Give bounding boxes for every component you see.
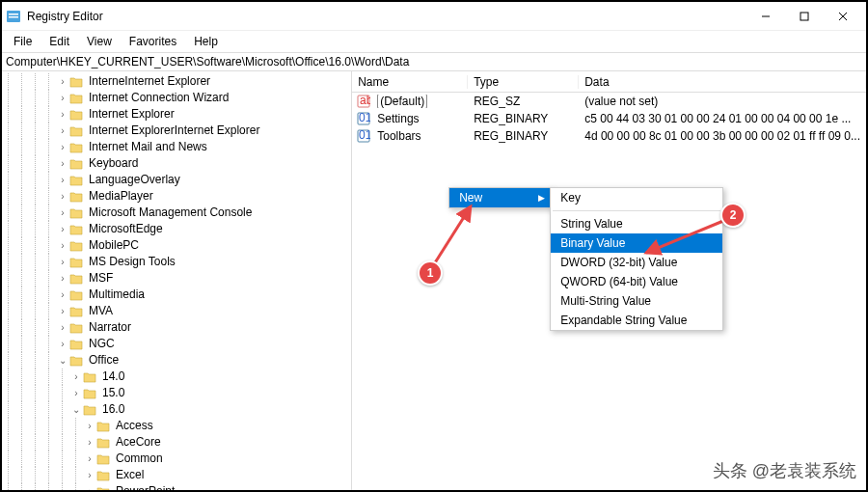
expander-icon[interactable]: ›	[56, 303, 69, 319]
expander-icon[interactable]: ›	[83, 418, 96, 434]
expander-icon[interactable]: ›	[56, 123, 69, 139]
tree-item[interactable]: ›InterneInternet Explorer	[2, 73, 351, 90]
svg-rect-4	[800, 13, 808, 20]
expander-icon[interactable]: ›	[56, 155, 69, 172]
menu-file[interactable]: File	[6, 33, 40, 50]
expander-icon[interactable]: ⌄	[69, 401, 83, 418]
tree-item[interactable]: ›Common	[2, 451, 351, 467]
expander-icon[interactable]: ›	[56, 73, 69, 90]
table-row[interactable]: 011ToolbarsREG_BINARY4d 00 00 00 8c 01 0…	[352, 127, 866, 145]
tree-item-label: Excel	[116, 467, 144, 483]
context-item-label: New	[459, 191, 482, 205]
tree-item[interactable]: ›MSF	[2, 270, 351, 287]
expander-icon[interactable]: ›	[56, 336, 69, 352]
tree-item[interactable]: ›Microsoft Management Console	[2, 205, 351, 221]
expander-icon[interactable]: ›	[56, 172, 69, 188]
context-subitem[interactable]: Binary Value	[551, 233, 722, 253]
tree-item-label: MSF	[89, 270, 113, 287]
folder-icon	[83, 403, 98, 417]
list-header: Name Type Data	[352, 71, 866, 93]
tree-item-label: Multimedia	[89, 287, 145, 303]
tree-item[interactable]: ⌄Office	[2, 352, 351, 369]
menu-view[interactable]: View	[79, 33, 120, 50]
expander-icon[interactable]: ›	[56, 106, 69, 123]
folder-icon	[69, 190, 85, 204]
annotation-badge-2: 2	[720, 203, 746, 228]
expander-icon[interactable]: ›	[56, 237, 69, 254]
expander-icon[interactable]: ›	[83, 467, 96, 483]
tree-item[interactable]: ›AceCore	[2, 434, 351, 451]
tree-item[interactable]: ›MediaPlayer	[2, 188, 351, 205]
context-subitem-label: Expandable String Value	[560, 314, 687, 327]
expander-icon[interactable]: ›	[69, 385, 83, 401]
expander-icon[interactable]: ›	[56, 319, 69, 336]
context-subitem[interactable]: Multi-String Value	[551, 291, 722, 311]
folder-icon	[69, 288, 85, 302]
col-name[interactable]: Name	[352, 75, 468, 89]
tree-item[interactable]: ›Access	[2, 418, 351, 434]
tree-item[interactable]: ›MS Design Tools	[2, 254, 351, 270]
tree-item[interactable]: ›Internet Explorer	[2, 106, 351, 123]
expander-icon[interactable]: ›	[56, 221, 69, 237]
tree-pane[interactable]: ›InterneInternet Explorer›Internet Conne…	[2, 71, 352, 490]
tree-item[interactable]: ›PowerPoint	[2, 483, 351, 490]
expander-icon[interactable]: ›	[83, 434, 96, 451]
context-subitem[interactable]: Key	[551, 188, 722, 207]
menu-edit[interactable]: Edit	[41, 33, 77, 50]
svg-text:011: 011	[359, 112, 370, 124]
col-type[interactable]: Type	[468, 75, 579, 89]
tree-item[interactable]: ›Multimedia	[2, 287, 351, 303]
folder-icon	[69, 174, 85, 187]
expander-icon[interactable]: ›	[83, 483, 96, 490]
tree-item[interactable]: ›Internet Connection Wizard	[2, 90, 351, 106]
maximize-button[interactable]	[785, 3, 824, 30]
tree-item-label: Narrator	[89, 319, 131, 336]
tree-item[interactable]: ›Internet Mail and News	[2, 139, 351, 155]
tree-item[interactable]: ›MVA	[2, 303, 351, 319]
expander-icon[interactable]: ›	[56, 287, 69, 303]
expander-icon[interactable]: ›	[56, 205, 69, 221]
value-data: c5 00 44 03 30 01 00 00 24 01 00 00 04 0…	[579, 112, 866, 125]
expander-icon[interactable]: ⌄	[56, 352, 69, 369]
list-pane[interactable]: Name Type Data ab(Default)REG_SZ(value n…	[352, 71, 866, 490]
minimize-button[interactable]	[746, 3, 785, 30]
context-subitem[interactable]: String Value	[551, 214, 722, 233]
tree-item[interactable]: ⌄16.0	[2, 401, 351, 418]
tree-item[interactable]: ›15.0	[2, 385, 351, 401]
tree-item[interactable]: ›Internet ExplorerInternet Explorer	[2, 123, 351, 139]
col-data[interactable]: Data	[579, 75, 866, 89]
context-subitem[interactable]: Expandable String Value	[551, 311, 722, 330]
address-bar[interactable]: Computer\HKEY_CURRENT_USER\Software\Micr…	[2, 52, 866, 71]
expander-icon[interactable]: ›	[56, 254, 69, 270]
tree-item[interactable]: ›Excel	[2, 467, 351, 483]
close-button[interactable]	[824, 3, 862, 30]
context-subitem[interactable]: QWORD (64-bit) Value	[551, 272, 722, 291]
tree-item[interactable]: ›MobilePC	[2, 237, 351, 254]
context-subitem[interactable]: DWORD (32-bit) Value	[551, 253, 722, 272]
tree-item[interactable]: ›NGC	[2, 336, 351, 352]
expander-icon[interactable]: ›	[56, 270, 69, 287]
expander-icon[interactable]: ›	[56, 188, 69, 205]
expander-icon[interactable]: ›	[69, 369, 83, 385]
folder-icon	[69, 305, 85, 318]
tree-item-label: MobilePC	[89, 237, 139, 254]
tree-item[interactable]: ›MicrosoftEdge	[2, 221, 351, 237]
tree-item[interactable]: ›Narrator	[2, 319, 351, 336]
tree-item[interactable]: ›Keyboard	[2, 155, 351, 172]
tree-item[interactable]: ›LanguageOverlay	[2, 172, 351, 188]
menu-help[interactable]: Help	[186, 33, 226, 50]
tree-item-label: 16.0	[102, 401, 124, 418]
expander-icon[interactable]: ›	[56, 90, 69, 106]
table-row[interactable]: 011SettingsREG_BINARYc5 00 44 03 30 01 0…	[352, 110, 866, 127]
menu-favorites[interactable]: Favorites	[122, 33, 184, 50]
menubar: File Edit View Favorites Help	[2, 31, 866, 52]
tree-item[interactable]: ›14.0	[2, 369, 351, 385]
context-item-new[interactable]: New ▶	[449, 188, 551, 207]
context-subitem-label: QWORD (64-bit) Value	[560, 275, 678, 288]
svg-text:011: 011	[359, 129, 370, 142]
expander-icon[interactable]: ›	[83, 451, 96, 467]
expander-icon[interactable]: ›	[56, 139, 69, 155]
table-row[interactable]: ab(Default)REG_SZ(value not set)	[352, 93, 866, 110]
folder-icon	[83, 387, 98, 400]
svg-rect-1	[9, 14, 18, 15]
